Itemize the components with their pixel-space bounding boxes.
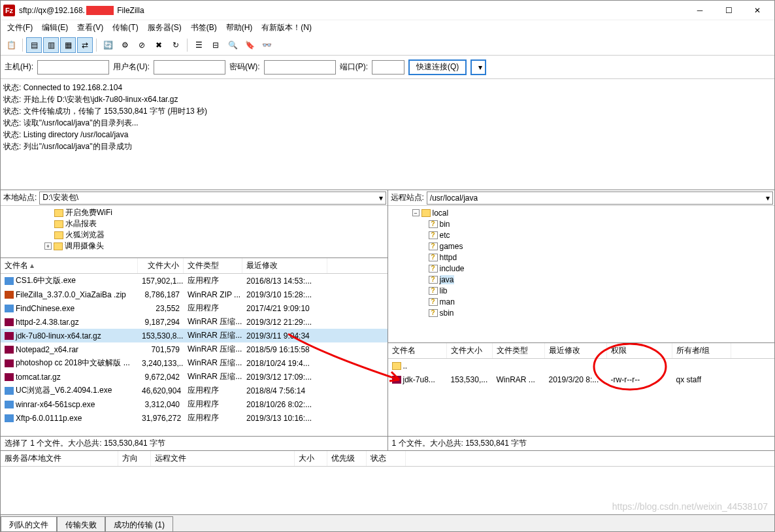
remote-tree[interactable]: −local ?bin?etc?games?httpd?include?java… bbox=[388, 206, 775, 343]
file-row[interactable]: FileZilla_3.37.0.0_XiaZaiBa .zip8,786,18… bbox=[1, 288, 388, 301]
close-button[interactable]: ✕ bbox=[743, 1, 772, 20]
menu-server[interactable]: 服务器(S) bbox=[144, 21, 186, 35]
host-input[interactable] bbox=[37, 60, 109, 75]
tree-item[interactable]: ?lib bbox=[389, 285, 774, 296]
local-file-list[interactable]: 文件名 文件大小 文件类型 最近修改 CS1.6中文版.exe157,902,1… bbox=[1, 258, 388, 436]
log-line: 状态: 列出"/usr/local/java"的目录成功 bbox=[3, 141, 772, 152]
quickconnect-button[interactable]: 快速连接(Q) bbox=[408, 59, 467, 75]
menu-bookmarks[interactable]: 书签(B) bbox=[187, 21, 221, 35]
pass-input[interactable] bbox=[264, 60, 336, 75]
tree-item[interactable]: ?include bbox=[389, 263, 774, 274]
chevron-down-icon[interactable]: ▾ bbox=[766, 193, 770, 203]
file-row[interactable]: jdk-7u80-linux-x64.tar.gz153,530,8...Win… bbox=[1, 329, 388, 342]
redacted-ip: xx bbox=[86, 6, 114, 15]
remote-status: 1 个文件。大小总共: 153,530,841 字节 bbox=[388, 436, 775, 450]
bookmark-icon[interactable]: 🔖 bbox=[242, 37, 257, 53]
log-line: 状态: 文件传输成功，传输了 153,530,841 字节 (用时13 秒) bbox=[3, 105, 772, 117]
col-modified[interactable]: 最近修改 bbox=[545, 343, 607, 358]
qcol-remote[interactable]: 远程文件 bbox=[151, 451, 295, 466]
toggle-queue-icon[interactable]: ▦ bbox=[60, 37, 76, 53]
maximize-button[interactable]: ☐ bbox=[714, 1, 743, 20]
menu-edit[interactable]: 编辑(E) bbox=[38, 21, 72, 35]
log-line: 状态: 读取"/usr/local/java"的目录列表... bbox=[3, 117, 772, 129]
queue-tabs: 列队的文件 传输失败 成功的传输 (1) bbox=[1, 514, 774, 531]
qcol-server[interactable]: 服务器/本地文件 bbox=[1, 451, 118, 466]
remote-path-input[interactable]: /usr/local/java▾ bbox=[427, 191, 773, 205]
col-type[interactable]: 文件类型 bbox=[493, 343, 545, 358]
qcol-size[interactable]: 大小 bbox=[295, 451, 327, 466]
file-row[interactable]: UC浏览器_V6.2.4094.1.exe46,620,904应用程序2018/… bbox=[1, 384, 388, 397]
menu-file[interactable]: 文件(F) bbox=[3, 21, 37, 35]
tree-item[interactable]: ?bin bbox=[389, 218, 774, 229]
search-icon[interactable]: 🔍 bbox=[225, 37, 240, 53]
toggle-log-icon[interactable]: ▤ bbox=[26, 37, 42, 53]
file-row[interactable]: .. bbox=[388, 359, 775, 373]
minimize-button[interactable]: ─ bbox=[685, 1, 714, 20]
col-type[interactable]: 文件类型 bbox=[184, 258, 242, 273]
local-path-input[interactable]: D:\安装包\▾ bbox=[39, 191, 386, 205]
local-status: 选择了 1 个文件。大小总共: 153,530,841 字节 bbox=[1, 436, 388, 450]
file-row[interactable]: FindChinese.exe23,552应用程序2017/4/21 9:09:… bbox=[1, 301, 388, 315]
col-permissions[interactable]: 权限 bbox=[607, 343, 672, 358]
compare-icon[interactable]: ⊟ bbox=[208, 37, 223, 53]
local-tree[interactable]: 开启免费WiFi 水晶报表 火狐浏览器 +调用摄像头 bbox=[1, 206, 388, 258]
tree-item[interactable]: ?games bbox=[389, 241, 774, 252]
menu-help[interactable]: 帮助(H) bbox=[222, 21, 257, 35]
sitemanager-icon[interactable]: 📋 bbox=[3, 37, 19, 53]
reconnect-icon[interactable]: ↻ bbox=[168, 37, 184, 53]
file-row[interactable]: photoshop cc 2018中文破解版 ...3,240,133,...W… bbox=[1, 356, 388, 370]
qcol-status[interactable]: 状态 bbox=[367, 451, 406, 466]
remote-file-list[interactable]: 文件名 文件大小 文件类型 最近修改 权限 所有者/组 ..jdk-7u8...… bbox=[388, 343, 775, 436]
user-input[interactable] bbox=[154, 60, 225, 75]
file-row[interactable]: httpd-2.4.38.tar.gz9,187,294WinRAR 压缩...… bbox=[1, 315, 388, 329]
sync-browse-icon[interactable]: ⇄ bbox=[77, 37, 93, 53]
tree-item[interactable]: ?man bbox=[389, 296, 774, 307]
log-line: 状态: 开始上传 D:\安装包\jdk-7u80-linux-x64.tar.g… bbox=[3, 93, 772, 105]
remote-pane: 远程站点: /usr/local/java▾ −local ?bin?etc?g… bbox=[388, 190, 775, 450]
file-row[interactable]: winrar-x64-561scp.exe3,312,040应用程序2018/1… bbox=[1, 397, 388, 411]
tab-success[interactable]: 成功的传输 (1) bbox=[105, 516, 173, 531]
menu-transfer[interactable]: 传输(T) bbox=[108, 21, 142, 35]
col-filename[interactable]: 文件名 bbox=[1, 258, 138, 273]
file-row[interactable]: Xftp-6.0.0111p.exe31,976,272应用程序2019/3/1… bbox=[1, 411, 388, 425]
find-icon[interactable]: 👓 bbox=[259, 37, 274, 53]
col-modified[interactable]: 最近修改 bbox=[242, 258, 327, 273]
qcol-direction[interactable]: 方向 bbox=[118, 451, 151, 466]
tab-queued[interactable]: 列队的文件 bbox=[1, 516, 57, 531]
col-size[interactable]: 文件大小 bbox=[447, 343, 493, 358]
disconnect-icon[interactable]: ✖ bbox=[151, 37, 167, 53]
refresh-icon[interactable]: 🔄 bbox=[100, 37, 116, 53]
col-size[interactable]: 文件大小 bbox=[138, 258, 184, 273]
port-input[interactable] bbox=[372, 60, 404, 75]
tree-item[interactable]: ?httpd bbox=[389, 252, 774, 263]
tab-failed[interactable]: 传输失败 bbox=[57, 516, 105, 531]
file-row[interactable]: tomcat.tar.gz9,672,042WinRAR 压缩...2019/3… bbox=[1, 370, 388, 384]
toolbar: 📋 ▤ ▥ ▦ ⇄ 🔄 ⚙ ⊘ ✖ ↻ ☰ ⊟ 🔍 🔖 👓 bbox=[1, 35, 774, 56]
quickconnect-dropdown[interactable]: ▾ bbox=[470, 59, 486, 75]
tree-item[interactable]: ?etc bbox=[389, 229, 774, 241]
port-label: 端口(P): bbox=[340, 61, 368, 73]
file-row[interactable]: jdk-7u8...153,530,...WinRAR ...2019/3/20… bbox=[388, 373, 775, 386]
tree-item[interactable]: ?java bbox=[389, 274, 774, 285]
menu-view[interactable]: 查看(V) bbox=[73, 21, 107, 35]
cancel-icon[interactable]: ⊘ bbox=[134, 37, 150, 53]
toggle-tree-icon[interactable]: ▥ bbox=[43, 37, 59, 53]
qcol-priority[interactable]: 优先级 bbox=[327, 451, 367, 466]
tree-item[interactable]: ?sbin bbox=[389, 307, 774, 318]
process-queue-icon[interactable]: ⚙ bbox=[117, 37, 133, 53]
col-filename[interactable]: 文件名 bbox=[388, 343, 447, 358]
pass-label: 密码(W): bbox=[229, 61, 260, 73]
col-owner[interactable]: 所有者/组 bbox=[672, 343, 731, 358]
quickconnect-bar: 主机(H): 用户名(U): 密码(W): 端口(P): 快速连接(Q) ▾ bbox=[1, 56, 774, 79]
file-row[interactable]: Notepad2_x64.rar701,579WinRAR 压缩...2018/… bbox=[1, 342, 388, 356]
log-line: 状态: Listing directory /usr/local/java bbox=[3, 129, 772, 141]
collapse-icon[interactable]: − bbox=[412, 209, 420, 216]
file-row[interactable]: CS1.6中文版.exe157,902,1...应用程序2016/8/13 14… bbox=[1, 274, 388, 288]
expand-icon[interactable]: + bbox=[44, 242, 52, 250]
menu-update[interactable]: 有新版本！(N) bbox=[257, 21, 316, 35]
log-panel[interactable]: 状态: Connected to 192.168.2.104 状态: 开始上传 … bbox=[1, 79, 774, 190]
filter-icon[interactable]: ☰ bbox=[191, 37, 206, 53]
local-site-label: 本地站点: bbox=[1, 192, 39, 203]
titlebar: Fz sftp://qx@192.168.xx FileZilla ─ ☐ ✕ bbox=[1, 1, 774, 20]
chevron-down-icon[interactable]: ▾ bbox=[379, 193, 383, 203]
